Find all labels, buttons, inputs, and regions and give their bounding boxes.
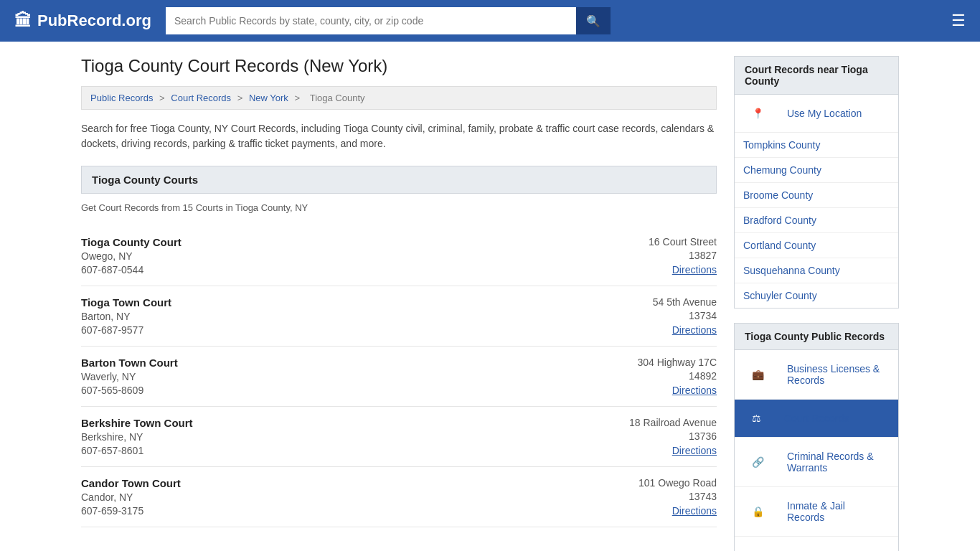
- court-phone: 607-687-0544: [81, 264, 573, 276]
- site-logo[interactable]: 🏛 PubRecord.org: [14, 11, 151, 31]
- bradford-county[interactable]: Bradford County: [735, 208, 898, 233]
- directions-link[interactable]: Directions: [672, 324, 717, 336]
- record-label: Court Records: [776, 406, 857, 430]
- menu-button[interactable]: ☰: [951, 11, 966, 30]
- record-icon: 🔒: [743, 499, 773, 524]
- court-entry: Tioga Town Court Barton, NY 607-687-9577…: [81, 286, 717, 347]
- record-label: Marriage & Divorce Records: [778, 543, 890, 551]
- court-name: Berkshire Town Court: [81, 417, 573, 429]
- location-icon: 📍: [743, 101, 773, 126]
- court-zip: 14892: [573, 370, 717, 382]
- court-name: Candor Town Court: [81, 477, 573, 489]
- public-record-item[interactable]: 💼 Business Licenses & Records: [735, 350, 898, 400]
- directions-link[interactable]: Directions: [672, 505, 717, 517]
- court-city: Berkshire, NY: [81, 431, 573, 443]
- public-record-link[interactable]: 🔗 Criminal Records & Warrants: [735, 438, 898, 486]
- directions-link[interactable]: Directions: [672, 264, 717, 276]
- courts-list: Tioga County Court Owego, NY 607-687-054…: [81, 226, 717, 527]
- record-icon: 💼: [743, 362, 773, 387]
- court-info: Barton Town Court Waverly, NY 607-565-86…: [81, 357, 573, 396]
- use-location-item[interactable]: 📍 Use My Location: [735, 95, 898, 133]
- court-info: Berkshire Town Court Berkshire, NY 607-6…: [81, 417, 573, 456]
- court-phone: 607-565-8609: [81, 385, 573, 396]
- public-record-link[interactable]: 💼 Business Licenses & Records: [735, 350, 898, 399]
- court-info: Tioga Town Court Barton, NY 607-687-9577: [81, 296, 573, 336]
- court-street: 16 Court Street: [573, 236, 717, 248]
- court-city: Candor, NY: [81, 491, 573, 503]
- site-header: 🏛 PubRecord.org 🔍 ☰: [0, 0, 980, 42]
- breadcrumb: Public Records > Court Records > New Yor…: [81, 86, 717, 110]
- public-record-link[interactable]: 💍 Marriage & Divorce Records: [735, 537, 898, 551]
- cortland-county[interactable]: Cortland County: [735, 233, 898, 258]
- courts-count: Get Court Records from 15 Courts in Tiog…: [81, 202, 717, 213]
- public-records-list: 💼 Business Licenses & Records ⚖ Court Re…: [734, 350, 899, 551]
- court-address: 18 Railroad Avenue 13736 Directions: [573, 417, 717, 456]
- court-city: Barton, NY: [81, 311, 573, 322]
- record-icon: ⚖: [743, 406, 770, 430]
- logo-text: PubRecord.org: [37, 11, 151, 30]
- court-address: 101 Owego Road 13743 Directions: [573, 477, 717, 517]
- court-address: 304 Highway 17C 14892 Directions: [573, 357, 717, 396]
- public-record-item[interactable]: 🔒 Inmate & Jail Records: [735, 487, 898, 537]
- court-zip: 13743: [573, 491, 717, 502]
- chemung-county[interactable]: Chemung County: [735, 158, 898, 183]
- directions-link[interactable]: Directions: [672, 385, 717, 396]
- public-records-section-title: Tioga County Public Records: [734, 323, 899, 350]
- record-label: Business Licenses & Records: [778, 357, 890, 392]
- court-street: 304 Highway 17C: [573, 357, 717, 368]
- page-description: Search for free Tioga County, NY Court R…: [81, 121, 717, 151]
- breadcrumb-tioga-county: Tioga County: [310, 93, 365, 103]
- court-entry: Berkshire Town Court Berkshire, NY 607-6…: [81, 407, 717, 467]
- breadcrumb-public-records[interactable]: Public Records: [90, 93, 153, 103]
- content-area: Tioga County Court Records (New York) Pu…: [81, 56, 717, 551]
- court-phone: 607-657-8601: [81, 445, 573, 456]
- public-record-link[interactable]: 🔒 Inmate & Jail Records: [735, 487, 898, 536]
- nearby-counties-list: 📍 Use My Location Tompkins County Chemun…: [734, 95, 899, 309]
- court-zip: 13734: [573, 310, 717, 321]
- court-name: Tioga County Court: [81, 236, 573, 248]
- court-zip: 13736: [573, 430, 717, 442]
- breadcrumb-court-records[interactable]: Court Records: [171, 93, 231, 103]
- court-phone: 607-659-3175: [81, 505, 573, 517]
- search-input[interactable]: [166, 7, 576, 34]
- page-title: Tioga County Court Records (New York): [81, 56, 717, 76]
- court-city: Waverly, NY: [81, 371, 573, 382]
- sidebar: Court Records near Tioga County 📍 Use My…: [734, 56, 899, 551]
- court-phone: 607-687-9577: [81, 324, 573, 336]
- directions-link[interactable]: Directions: [672, 445, 717, 456]
- logo-icon: 🏛: [14, 11, 32, 31]
- breadcrumb-new-york[interactable]: New York: [249, 93, 288, 103]
- search-area: 🔍: [166, 7, 611, 34]
- court-entry: Barton Town Court Waverly, NY 607-565-86…: [81, 347, 717, 407]
- record-icon: 🔗: [743, 450, 773, 474]
- broome-county[interactable]: Broome County: [735, 183, 898, 208]
- public-record-item[interactable]: 💍 Marriage & Divorce Records: [735, 537, 898, 551]
- public-record-link[interactable]: ⚖ Court Records: [735, 400, 898, 437]
- court-address: 16 Court Street 13827 Directions: [573, 236, 717, 276]
- public-record-item[interactable]: 🔗 Criminal Records & Warrants: [735, 438, 898, 487]
- nearby-section-title: Court Records near Tioga County: [734, 56, 899, 95]
- court-address: 54 5th Avenue 13734 Directions: [573, 296, 717, 336]
- schuyler-county[interactable]: Schuyler County: [735, 283, 898, 308]
- court-city: Owego, NY: [81, 250, 573, 262]
- court-info: Candor Town Court Candor, NY 607-659-317…: [81, 477, 573, 517]
- section-header: Tioga County Courts: [81, 166, 717, 194]
- court-name: Barton Town Court: [81, 357, 573, 369]
- court-entry: Tioga County Court Owego, NY 607-687-054…: [81, 226, 717, 286]
- court-street: 101 Owego Road: [573, 477, 717, 489]
- susquehanna-county[interactable]: Susquehanna County: [735, 258, 898, 283]
- court-entry: Candor Town Court Candor, NY 607-659-317…: [81, 467, 717, 527]
- use-location-label: Use My Location: [778, 101, 870, 126]
- court-zip: 13827: [573, 250, 717, 261]
- search-button[interactable]: 🔍: [576, 7, 611, 34]
- court-street: 18 Railroad Avenue: [573, 417, 717, 428]
- court-street: 54 5th Avenue: [573, 296, 717, 308]
- main-container: Tioga County Court Records (New York) Pu…: [60, 42, 920, 551]
- court-info: Tioga County Court Owego, NY 607-687-054…: [81, 236, 573, 276]
- record-label: Criminal Records & Warrants: [778, 444, 890, 480]
- court-name: Tioga Town Court: [81, 296, 573, 309]
- record-label: Inmate & Jail Records: [778, 494, 890, 529]
- tompkins-county[interactable]: Tompkins County: [735, 133, 898, 158]
- public-record-item[interactable]: ⚖ Court Records: [735, 400, 898, 438]
